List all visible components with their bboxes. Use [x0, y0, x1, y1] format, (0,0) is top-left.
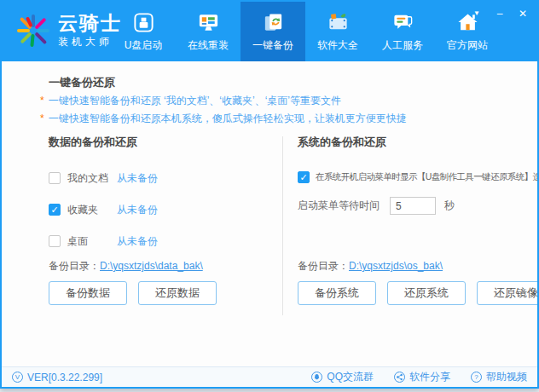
backup-dir-label: 备份目录：	[298, 260, 349, 272]
nav-tab-software[interactable]: 软件大全	[305, 2, 370, 61]
nav-tab-label: 软件大全	[317, 38, 358, 53]
backup-data-button[interactable]: 备份数据	[49, 281, 127, 305]
version-info[interactable]: V VER[0.3.22.299]	[12, 372, 102, 383]
qq-icon	[311, 372, 322, 383]
backup-dir-label: 备份目录：	[49, 260, 100, 272]
software-share-link[interactable]: 软件分享	[394, 370, 450, 384]
close-button[interactable]: ✕	[517, 8, 529, 20]
checkbox-label: 桌面	[67, 234, 110, 249]
share-icon	[394, 372, 405, 383]
main-content: 一键备份还原 *一键快速智能备份和还原 ‘我的文档’、‘收藏夹’、‘桌面’等重要…	[2, 61, 537, 367]
system-backup-dir-row: 备份目录：D:\yqsxtzjds\os_bak\	[298, 259, 443, 274]
checkbox-row-favorites[interactable]: 收藏夹 从未备份	[49, 202, 277, 217]
status-bar: V VER[0.3.22.299] QQ交流群	[2, 366, 537, 387]
minimize-button[interactable]: –	[494, 8, 506, 20]
system-panel-title: 系统的备份和还原	[298, 135, 521, 150]
version-text: VER[0.3.22.299]	[27, 372, 102, 383]
bullet-star: *	[40, 95, 44, 107]
data-backup-dir-row: 备份目录：D:\yqsxtzjds\data_bak\	[49, 259, 203, 274]
boot-menu-option-label: 在系统开机启动菜单时显示【U盘制作工具一键还原系统】选项	[316, 171, 539, 183]
software-icon	[327, 10, 350, 34]
nav-tab-label: 人工服务	[382, 38, 423, 53]
restore-system-button[interactable]: 还原系统	[387, 281, 466, 305]
boot-menu-option-row[interactable]: 在系统开机启动菜单时显示【U盘制作工具一键还原系统】选项	[298, 171, 521, 183]
checkbox-label: 我的文档	[67, 171, 110, 186]
wait-time-unit: 秒	[444, 199, 455, 213]
nav-tab-label: 一键备份	[252, 38, 293, 53]
help-video-label: 帮助视频	[486, 370, 527, 384]
main-nav: U盘启动 在线重装	[111, 2, 500, 61]
nav-tab-one-key-backup[interactable]: 一键备份	[241, 2, 305, 61]
bullet-text: 一键快速智能备份和还原 ‘我的文档’、‘收藏夹’、‘桌面’等重要文件	[49, 95, 341, 107]
usb-icon	[132, 10, 155, 34]
boot-menu-checkbox[interactable]	[298, 171, 310, 183]
system-backup-panel: 系统的备份和还原 在系统开机启动菜单时显示【U盘制作工具一键还原系统】选项 启动…	[298, 135, 521, 319]
monitor-icon	[197, 10, 220, 34]
restore-image-file-button[interactable]: 还原镜像文件	[477, 281, 539, 305]
panel-divider	[282, 136, 283, 315]
app-logo: 云骑士 装机大师	[13, 10, 122, 51]
help-icon: ?	[471, 372, 482, 383]
backup-system-button[interactable]: 备份系统	[298, 281, 376, 305]
bullet-text: 一键快速智能备份和还原本机系统，傻瓜式操作轻松实现，让装机更方便更快捷	[49, 112, 407, 124]
nav-tab-support[interactable]: 人工服务	[370, 2, 435, 61]
service-icon	[391, 10, 414, 34]
help-video-link[interactable]: ? 帮助视频	[471, 370, 527, 384]
intro-bullet: *一键快速智能备份和还原本机系统，傻瓜式操作轻松实现，让装机更方便更快捷	[40, 112, 407, 126]
status-links: QQ交流群 软件分享 ? 帮助视频	[311, 370, 527, 384]
wait-time-label: 启动菜单等待时间	[298, 199, 380, 213]
data-backup-panel: 数据的备份和还原 我的文档 从未备份 收藏夹 从未备份 桌面 从未备份 备份目录…	[49, 135, 277, 319]
page-title: 一键备份还原	[49, 75, 115, 90]
qq-group-link[interactable]: QQ交流群	[311, 370, 374, 384]
system-buttons-row: 备份系统 还原系统 还原镜像文件	[298, 281, 539, 305]
data-panel-title: 数据的备份和还原	[49, 135, 277, 150]
system-backup-dir-link[interactable]: D:\yqsxtzjds\os_bak\	[349, 260, 443, 272]
never-backed-up-link[interactable]: 从未备份	[117, 171, 158, 186]
restore-data-button[interactable]: 还原数据	[138, 281, 217, 305]
backup-icon	[262, 10, 285, 34]
bullet-star: *	[40, 112, 44, 124]
nav-tab-label: 在线重装	[188, 38, 229, 53]
nav-tab-label: U盘启动	[125, 38, 163, 53]
qq-group-label: QQ交流群	[327, 370, 374, 384]
version-icon: V	[12, 372, 23, 383]
data-buttons-row: 备份数据 还原数据	[49, 281, 217, 305]
desktop-checkbox[interactable]	[49, 235, 61, 247]
intro-bullet: *一键快速智能备份和还原 ‘我的文档’、‘收藏夹’、‘桌面’等重要文件	[40, 94, 341, 108]
nav-tab-online-reinstall[interactable]: 在线重装	[176, 2, 241, 61]
logo-starburst-icon	[13, 10, 54, 51]
never-backed-up-link[interactable]: 从未备份	[117, 234, 158, 249]
software-share-label: 软件分享	[409, 370, 450, 384]
favorites-checkbox[interactable]	[49, 204, 61, 216]
data-backup-dir-link[interactable]: D:\yqsxtzjds\data_bak\	[100, 260, 203, 272]
nav-tab-label: 官方网站	[447, 38, 488, 53]
wait-time-row: 启动菜单等待时间 秒	[298, 197, 521, 215]
my-documents-checkbox[interactable]	[49, 172, 61, 184]
never-backed-up-link[interactable]: 从未备份	[117, 203, 158, 217]
checkbox-row-my-documents[interactable]: 我的文档 从未备份	[49, 170, 277, 186]
window-controls: ▼ – ✕	[471, 8, 529, 20]
checkbox-row-desktop[interactable]: 桌面 从未备份	[49, 233, 277, 249]
nav-tab-usb-boot[interactable]: U盘启动	[111, 2, 176, 61]
checkbox-label: 收藏夹	[67, 203, 110, 217]
window-menu-button[interactable]: ▼	[471, 8, 483, 20]
app-window: 云骑士 装机大师 U盘启动	[0, 0, 539, 389]
header: 云骑士 装机大师 U盘启动	[2, 2, 537, 61]
wait-time-input[interactable]	[390, 197, 436, 215]
